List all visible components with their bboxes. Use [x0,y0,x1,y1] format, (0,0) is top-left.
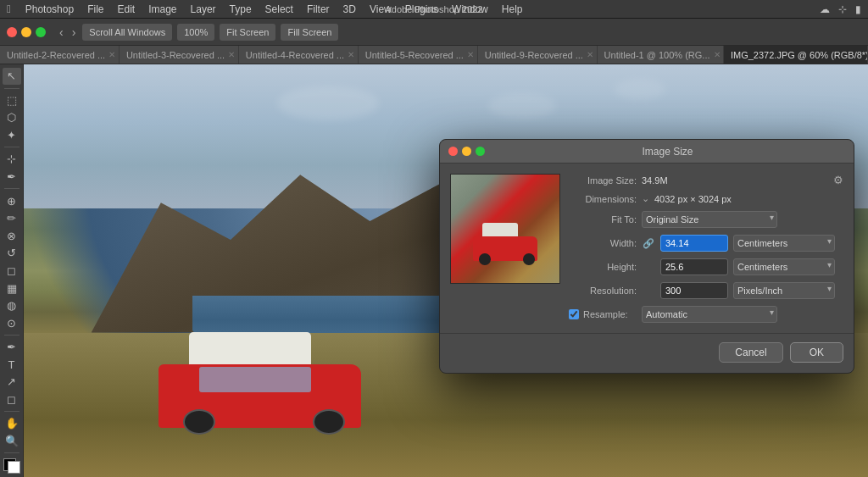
tab-close-untitled9[interactable]: ✕ [587,50,593,59]
van-roof [189,332,310,369]
scroll-all-windows-button[interactable]: Scroll All Windows [82,24,172,41]
height-unit-select[interactable]: Centimeters [733,258,835,275]
tool-gradient[interactable]: ▦ [3,280,21,297]
app-title: Adobe Photoshop 2022 [386,4,483,14]
resolution-row: Resolution: Pixels/Inch [569,282,843,299]
ok-button[interactable]: OK [790,342,843,363]
tool-zoom[interactable]: 🔍 [3,433,21,450]
tool-history-brush[interactable]: ↺ [3,245,21,262]
image-size-row: Image Size: 34.9M ⚙ [569,174,843,186]
tool-separator-2 [4,147,19,147]
tool-clone-stamp[interactable]: ⊗ [3,227,21,244]
resolution-input[interactable] [660,282,728,299]
cloud-2 [488,93,556,119]
minimize-button[interactable] [21,27,31,37]
tool-eraser[interactable]: ◻ [3,263,21,280]
cloud-1 [277,86,379,120]
dialog-zoom-button[interactable] [476,147,485,156]
cancel-button[interactable]: Cancel [719,342,782,363]
tool-dodge[interactable]: ⊙ [3,314,21,331]
dialog-titlebar: Image Size [440,140,854,164]
fill-screen-button[interactable]: Fill Screen [281,24,338,41]
tool-hand[interactable]: ✋ [3,415,21,432]
menu-edit[interactable]: Edit [111,2,141,17]
menu-layer[interactable]: Layer [185,2,222,17]
tool-pen[interactable]: ✒ [3,339,21,356]
tab-untitled3[interactable]: Untitled-3-Recovered ... ✕ [120,46,239,64]
gear-icon[interactable]: ⚙ [833,174,843,186]
menu-3d[interactable]: 3D [337,2,362,17]
tab-img2372[interactable]: IMG_2372.JPG @ 60% (RGB/8*) ✕ [724,46,868,64]
menu-help[interactable]: Help [496,2,529,17]
height-label: Height: [569,262,637,272]
wifi-icon: ⊹ [838,3,847,15]
resample-label-text: Resample: [583,309,628,319]
tool-rectangle-select[interactable]: ⬚ [3,92,21,108]
fit-to-select[interactable]: Original Size [642,211,777,228]
tool-brush[interactable]: ✏ [3,210,21,227]
menu-filter[interactable]: Filter [301,2,336,17]
background-color[interactable] [8,461,20,474]
zoom-value-button[interactable]: 100% [177,24,214,41]
tool-crop[interactable]: ⊹ [3,151,21,168]
tool-text[interactable]: T [3,356,21,373]
tab-close-untitled5[interactable]: ✕ [467,50,474,59]
tool-blur[interactable]: ◍ [3,297,21,314]
tab-untitled2[interactable]: Untitled-2-Recovered ... ✕ [0,46,120,64]
apple-icon[interactable]:  [7,3,11,15]
tool-separator-6 [4,452,19,453]
tool-lasso[interactable]: ⬡ [3,109,21,126]
height-input[interactable] [660,258,728,275]
fit-screen-button[interactable]: Fit Screen [220,24,275,41]
tool-path-select[interactable]: ↗ [3,374,21,391]
tab-untitled4[interactable]: Untitled-4-Recovered ... ✕ [239,46,359,64]
menu-image[interactable]: Image [142,2,182,17]
menu-select[interactable]: Select [259,2,299,17]
tool-eyedropper[interactable]: ✒ [3,169,21,186]
width-unit-select[interactable]: Centimeters [733,235,835,252]
close-button[interactable] [7,27,17,37]
tool-spot-heal[interactable]: ⊕ [3,192,21,209]
canvas-area[interactable]: Image Size Image [24,64,868,477]
tool-separator-4 [4,335,19,336]
tool-separator-3 [4,188,19,189]
tab-close-untitled3[interactable]: ✕ [228,50,235,59]
menu-file[interactable]: File [81,2,109,17]
dialog-footer: Cancel OK [440,333,854,373]
width-row: Width: 🔗 Centimeters [569,235,843,252]
maximize-button[interactable] [36,27,46,37]
tool-magic-wand[interactable]: ✦ [3,127,21,144]
tab-untitled9[interactable]: Untitled-9-Recovered ... ✕ [478,46,598,64]
dialog-body: Image Size: 34.9M ⚙ Dimensions: ⌄ 4032 p… [440,164,854,333]
dialog-close-button[interactable] [448,147,458,156]
resample-select[interactable]: Automatic [642,306,777,323]
height-row: Height: Centimeters [569,258,843,275]
resolution-label: Resolution: [569,286,637,296]
tool-move[interactable]: ↖ [3,68,21,85]
resolution-unit-select[interactable]: Pixels/Inch [733,282,835,299]
tab-close-untitled1[interactable]: ✕ [714,50,721,59]
menu-type[interactable]: Type [224,2,258,17]
width-input[interactable] [660,235,728,252]
dimensions-label: Dimensions: [569,194,637,204]
fit-to-label: Fit To: [569,214,637,225]
dialog-minimize-button[interactable] [462,147,471,156]
dimensions-arrow[interactable]: ⌄ [642,193,649,204]
forward-arrow[interactable]: › [70,25,78,39]
preview-van-wheel-left [479,253,491,264]
tool-colors[interactable] [3,458,20,474]
dimensions-value: 4032 px × 3024 px [654,194,732,204]
menu-photoshop[interactable]: Photoshop [19,2,80,17]
cloud-3 [615,79,665,100]
tool-shape[interactable]: ◻ [3,391,21,408]
tab-close-untitled4[interactable]: ✕ [348,50,354,59]
resample-checkbox[interactable] [569,309,579,319]
back-arrow[interactable]: ‹ [58,25,65,39]
dimensions-row: Dimensions: ⌄ 4032 px × 3024 px [569,193,843,204]
tab-untitled5[interactable]: Untitled-5-Recovered ... ✕ [359,46,478,64]
tab-close-untitled2[interactable]: ✕ [108,50,115,59]
tab-untitled1[interactable]: Untitled-1 @ 100% (RG... ✕ [598,46,724,64]
dialog-preview [450,174,560,284]
battery-icon: ▮ [855,3,861,15]
cloud-icon: ☁ [820,3,830,15]
